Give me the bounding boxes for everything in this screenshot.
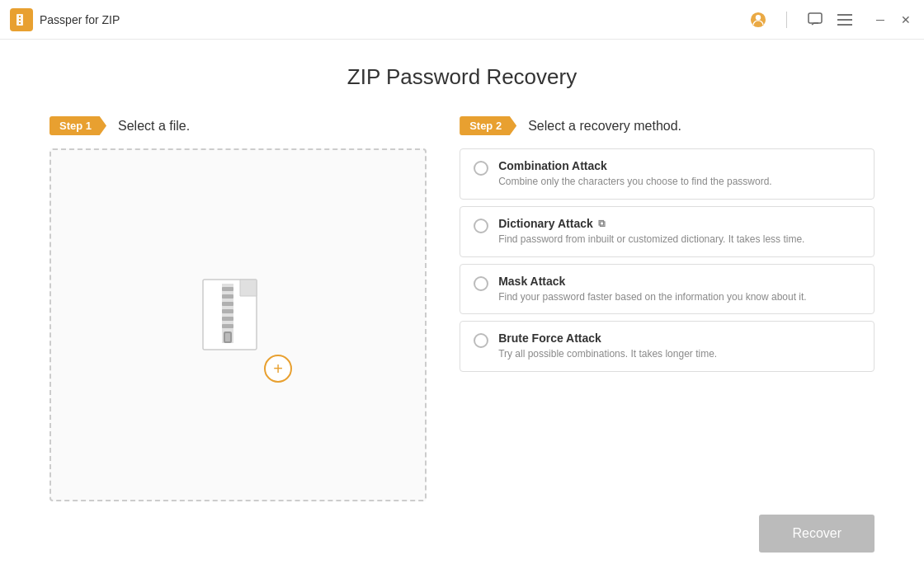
step2-header: Step 2 Select a recovery method. xyxy=(460,116,874,135)
user-icon[interactable] xyxy=(750,12,766,28)
methods-list: Combination Attack Combine only the char… xyxy=(460,148,874,372)
method-mask-desc: Find your password faster based on the i… xyxy=(498,290,807,304)
menu-icon[interactable] xyxy=(837,12,853,28)
svg-rect-17 xyxy=(222,324,233,328)
method-mask-title: Mask Attack xyxy=(498,275,807,288)
step2-badge: Step 2 xyxy=(460,116,516,135)
svg-point-5 xyxy=(756,15,761,20)
method-brute-force-info: Brute Force Attack Try all possible comb… xyxy=(498,332,717,361)
chat-icon[interactable] xyxy=(807,12,823,28)
svg-rect-2 xyxy=(19,19,21,21)
window-controls: ─ ✕ xyxy=(873,12,914,28)
svg-rect-12 xyxy=(222,287,233,291)
title-bar: Passper for ZIP ─ xyxy=(0,0,924,40)
close-button[interactable]: ✕ xyxy=(898,12,914,28)
method-dictionary-desc: Find password from inbuilt or customized… xyxy=(498,233,804,247)
step1-section: Step 1 Select a file. xyxy=(50,116,427,501)
method-dictionary-title: Dictionary Attack ⧉ xyxy=(498,217,804,230)
svg-rect-6 xyxy=(808,13,822,23)
method-dictionary[interactable]: Dictionary Attack ⧉ Find password from i… xyxy=(460,206,874,257)
radio-brute-force[interactable] xyxy=(474,333,488,348)
svg-rect-15 xyxy=(222,309,233,313)
svg-rect-14 xyxy=(222,302,233,306)
svg-rect-19 xyxy=(225,333,230,341)
steps-container: Step 1 Select a file. xyxy=(50,116,874,501)
method-combination-title: Combination Attack xyxy=(498,159,772,172)
method-combination-desc: Combine only the characters you choose t… xyxy=(498,175,772,189)
method-combination[interactable]: Combination Attack Combine only the char… xyxy=(460,148,874,200)
method-mask-info: Mask Attack Find your password faster ba… xyxy=(498,275,807,304)
main-content: ZIP Password Recovery Step 1 Select a fi… xyxy=(0,40,924,569)
method-brute-force-title: Brute Force Attack xyxy=(498,332,717,345)
svg-rect-16 xyxy=(222,317,233,321)
method-dictionary-info: Dictionary Attack ⧉ Find password from i… xyxy=(498,217,804,247)
method-combination-info: Combination Attack Combine only the char… xyxy=(498,159,772,189)
svg-rect-3 xyxy=(19,22,21,24)
step1-header: Step 1 Select a file. xyxy=(50,116,427,135)
file-drop-area[interactable]: + xyxy=(50,148,427,501)
step2-section: Step 2 Select a recovery method. Combina… xyxy=(460,116,874,501)
recover-button[interactable]: Recover xyxy=(759,515,874,553)
radio-combination[interactable] xyxy=(474,161,488,176)
zip-file-icon: + xyxy=(199,275,277,374)
add-file-button[interactable]: + xyxy=(264,355,292,383)
svg-rect-1 xyxy=(19,16,21,17)
app-title: Passper for ZIP xyxy=(40,13,750,26)
method-brute-force[interactable]: Brute Force Attack Try all possible comb… xyxy=(460,321,874,372)
step1-description: Select a file. xyxy=(118,119,190,134)
divider xyxy=(786,12,787,28)
bottom-bar: Recover xyxy=(50,501,874,553)
step1-badge: Step 1 xyxy=(50,116,106,135)
zip-file-svg xyxy=(199,275,277,374)
svg-rect-13 xyxy=(222,294,233,299)
title-controls: ─ ✕ xyxy=(750,12,914,28)
radio-mask[interactable] xyxy=(474,276,488,291)
minimize-button[interactable]: ─ xyxy=(873,12,888,28)
app-icon xyxy=(10,8,33,31)
page-title: ZIP Password Recovery xyxy=(50,64,874,90)
method-mask[interactable]: Mask Attack Find your password faster ba… xyxy=(460,264,874,315)
step2-description: Select a recovery method. xyxy=(528,119,681,134)
method-brute-force-desc: Try all possible combinations. It takes … xyxy=(498,347,717,361)
dictionary-external-icon: ⧉ xyxy=(598,218,606,229)
radio-dictionary[interactable] xyxy=(474,219,488,233)
